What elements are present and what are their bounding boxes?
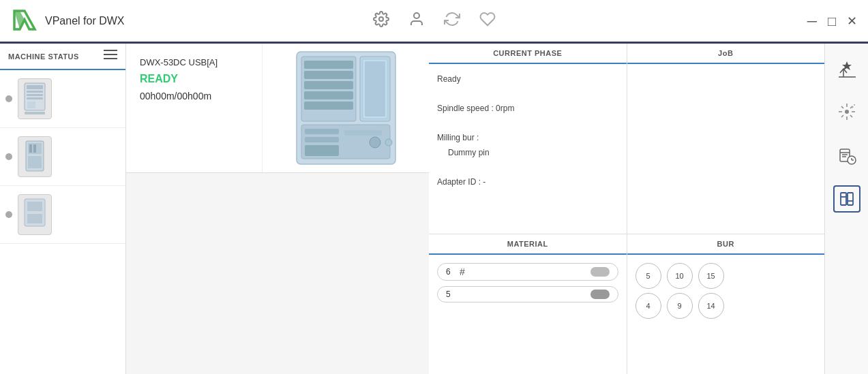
svg-rect-38: [344, 130, 382, 136]
maximize-button[interactable]: □: [828, 14, 836, 28]
sparkle-icon[interactable]: [833, 98, 860, 125]
panels-bottom: MATERIAL 6 # 5 BUR: [429, 234, 824, 374]
main-content: MACHINE STATUS: [0, 44, 868, 374]
svg-point-36: [370, 137, 380, 148]
svg-rect-35: [305, 145, 339, 156]
bur-circle-4: 4: [635, 293, 661, 319]
svg-marker-1: [14, 11, 25, 29]
machine-time: 00h00m/00h00m: [140, 91, 248, 102]
svg-rect-11: [27, 97, 43, 99]
title-bar: VPanel for DWX: [0, 0, 868, 44]
machine-large-image: [286, 48, 406, 168]
close-button[interactable]: ✕: [847, 15, 857, 27]
material-header: MATERIAL: [429, 234, 627, 255]
milling-bur-label: Milling bur :: [437, 131, 618, 146]
panels-top: CURRENT PHASE Ready Spindle speed : 0rpm…: [429, 44, 824, 234]
bur-content: 5 10 15 4 9 14: [627, 255, 825, 327]
logo-icon: [11, 7, 38, 35]
bur-circle-5: 5: [635, 263, 661, 289]
svg-rect-58: [848, 193, 853, 205]
current-phase-header: CURRENT PHASE: [429, 44, 627, 64]
current-phase-content: Ready Spindle speed : 0rpm Milling bur :…: [429, 64, 627, 234]
sidebar-right: [824, 44, 868, 374]
minimize-button[interactable]: ─: [807, 14, 817, 28]
job-panel: JoB: [627, 44, 825, 234]
gear-icon[interactable]: [373, 11, 389, 31]
hamburger-icon[interactable]: [104, 49, 117, 63]
refresh-icon[interactable]: [444, 11, 460, 31]
machine-info: DWX-53DC USB[A] READY 00h00m/00h00m: [126, 44, 263, 172]
svg-rect-25: [304, 71, 353, 79]
machine-status-dot-1: [5, 95, 12, 102]
right-panels: CURRENT PHASE Ready Spindle speed : 0rpm…: [429, 44, 824, 374]
job-content: [627, 64, 825, 234]
download-star-icon[interactable]: [833, 54, 860, 82]
job-header: JoB: [627, 44, 825, 64]
spindle-speed-text: Spindle speed : 0rpm: [437, 102, 618, 116]
svg-point-3: [414, 13, 419, 18]
svg-rect-10: [27, 94, 43, 96]
material-row-1-num: 6: [446, 267, 454, 277]
svg-rect-20: [27, 202, 42, 211]
heart-icon[interactable]: [479, 11, 496, 31]
bur-row-1: 5 10 15: [635, 263, 817, 289]
svg-line-46: [841, 115, 843, 117]
svg-rect-34: [305, 137, 339, 142]
machine-status-dot-2: [5, 153, 12, 160]
window-controls: ─ □ ✕: [807, 14, 857, 28]
machine-list-item-1[interactable]: [0, 70, 125, 128]
machine-status-dot-3: [5, 211, 12, 218]
machine-thumbnail-3: [18, 194, 52, 235]
current-phase-panel: CURRENT PHASE Ready Spindle speed : 0rpm…: [429, 44, 627, 234]
app-logo: VPanel for DWX: [11, 7, 124, 35]
svg-point-49: [854, 104, 855, 106]
svg-rect-13: [25, 112, 45, 114]
svg-rect-24: [304, 61, 353, 69]
machine-model-name: DWX-53DC USB[A]: [140, 57, 248, 67]
bur-circle-10: 10: [667, 263, 693, 289]
material-row-2: 5: [437, 286, 618, 302]
svg-rect-12: [27, 102, 35, 108]
milling-bur-value: Dummy pin: [437, 146, 618, 161]
toolbar-icons: [373, 11, 496, 31]
svg-rect-9: [27, 91, 43, 93]
svg-rect-18: [33, 144, 36, 153]
svg-line-43: [841, 106, 843, 108]
svg-rect-26: [304, 81, 353, 89]
material-panel: MATERIAL 6 # 5: [429, 234, 627, 374]
svg-point-47: [845, 110, 849, 114]
history-clock-icon[interactable]: [833, 142, 860, 169]
svg-rect-28: [304, 102, 353, 110]
machine-ready-status: READY: [140, 73, 248, 85]
svg-point-37: [385, 139, 392, 146]
bur-circle-14: 14: [698, 293, 724, 319]
svg-rect-33: [305, 129, 339, 134]
svg-rect-21: [27, 214, 42, 223]
svg-rect-57: [841, 193, 846, 205]
machine-status-label: MACHINE STATUS: [8, 52, 79, 61]
tool-settings-icon[interactable]: [833, 185, 860, 213]
bur-panel: BUR 5 10 15 4 9 14: [627, 234, 825, 374]
material-row-2-num: 5: [446, 290, 454, 299]
person-icon[interactable]: [408, 11, 425, 31]
machine-thumbnail-2: [18, 136, 52, 177]
phase-ready-text: Ready: [437, 72, 618, 87]
svg-rect-31: [365, 61, 385, 116]
svg-rect-16: [28, 156, 42, 168]
bur-row-2: 4 9 14: [635, 293, 817, 319]
app-title: VPanel for DWX: [45, 15, 124, 27]
svg-line-44: [850, 115, 852, 117]
svg-point-2: [379, 17, 383, 21]
material-row-1-pill: [590, 267, 610, 277]
left-panel: MACHINE STATUS: [0, 44, 126, 374]
machine-detail: DWX-53DC USB[A] READY 00h00m/00h00m: [126, 44, 429, 173]
machine-status-header: MACHINE STATUS: [0, 44, 125, 70]
center-area: DWX-53DC USB[A] READY 00h00m/00h00m: [126, 44, 429, 374]
material-row-1: 6 #: [437, 263, 618, 281]
svg-rect-27: [304, 91, 353, 99]
material-row-2-pill: [590, 290, 610, 299]
svg-rect-8: [27, 85, 43, 89]
machine-list-item-2[interactable]: [0, 128, 125, 186]
machine-list-item-3[interactable]: [0, 186, 125, 244]
svg-rect-17: [29, 144, 32, 153]
